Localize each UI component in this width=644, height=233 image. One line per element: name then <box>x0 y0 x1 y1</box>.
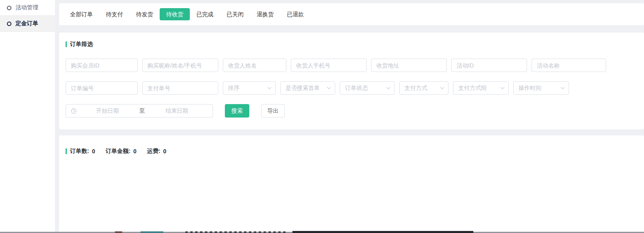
order-results-panel: 订单数: 0 订单金额: 0 运费: 0 <box>59 135 644 233</box>
sidebar-item-deposit-orders[interactable]: 定金订单 <box>0 16 55 32</box>
select-placeholder: 是否搜索首单 <box>286 85 320 92</box>
order-summary: 订单数: 0 订单金额: 0 运费: 0 <box>66 148 637 155</box>
tab-closed[interactable]: 已关闭 <box>220 8 250 20</box>
clock-icon <box>71 108 77 114</box>
activity-id-input[interactable] <box>451 59 527 72</box>
sidebar-item-activity-management[interactable]: 活动管理 <box>0 0 55 16</box>
shipping-address-input[interactable] <box>371 59 447 72</box>
select-placeholder: 订单状态 <box>345 85 368 92</box>
accent-bar <box>66 148 67 154</box>
circle-outline-icon <box>7 6 11 10</box>
shipping-fee-value: 0 <box>163 148 167 155</box>
start-date-placeholder[interactable]: 开始日期 <box>77 107 138 115</box>
operation-time-select[interactable]: 操作时间 <box>513 81 569 95</box>
sidebar: 活动管理 定金订单 <box>0 0 55 233</box>
date-range-separator: 至 <box>138 107 146 115</box>
clipped-bottom-segment <box>185 231 287 233</box>
shipping-fee-stat: 运费: 0 <box>147 148 166 155</box>
tab-pending-payment[interactable]: 待支付 <box>99 8 130 20</box>
main-content: 全部订单 待支付 待发货 待收货 已完成 已关闭 退换货 已退款 订单筛选 排序 <box>59 0 644 233</box>
consignee-phone-input[interactable] <box>291 59 367 72</box>
consignee-name-input[interactable] <box>223 59 286 72</box>
circle-outline-icon <box>7 22 11 26</box>
order-amount-value: 0 <box>133 148 136 155</box>
filter-section-title: 订单筛选 <box>66 41 637 48</box>
filter-row-1 <box>66 59 637 72</box>
sort-select[interactable]: 排序 <box>223 81 276 95</box>
chevron-down-icon <box>327 85 331 89</box>
order-status-tabs: 全部订单 待支付 待发货 待收货 已完成 已关闭 退换货 已退款 <box>59 3 644 25</box>
order-filter-panel: 订单筛选 排序 是否搜索首单 订单状态 <box>59 33 644 129</box>
tab-pending-receipt[interactable]: 待收货 <box>160 8 190 20</box>
sidebar-item-label: 活动管理 <box>15 4 38 11</box>
shipping-fee-label: 运费: <box>147 148 160 155</box>
filter-row-2: 排序 是否搜索首单 订单状态 支付方式 支付方式组 操作时间 <box>66 81 637 95</box>
order-count-value: 0 <box>92 148 95 155</box>
tab-completed[interactable]: 已完成 <box>190 8 220 20</box>
payment-number-input[interactable] <box>142 81 218 95</box>
accent-bar <box>66 41 67 47</box>
select-placeholder: 操作时间 <box>519 85 541 92</box>
buyer-nickname-name-phone-input[interactable] <box>142 59 218 72</box>
order-amount-label: 订单金额: <box>106 148 130 155</box>
activity-name-input[interactable] <box>532 59 606 72</box>
clipped-bottom-segment <box>115 231 122 233</box>
tab-pending-shipment[interactable]: 待发货 <box>130 8 160 20</box>
end-date-placeholder[interactable]: 结束日期 <box>146 107 208 115</box>
chevron-down-icon <box>561 85 565 89</box>
filter-row-3: 开始日期 至 结束日期 搜索 导出 <box>66 104 637 118</box>
order-number-input[interactable] <box>66 81 138 95</box>
chevron-down-icon <box>440 85 444 89</box>
sidebar-item-label: 定金订单 <box>15 20 38 27</box>
tab-refunded[interactable]: 已退款 <box>280 8 310 20</box>
order-count-label: 订单数: <box>70 148 89 155</box>
chevron-down-icon <box>501 85 505 89</box>
chevron-down-icon <box>268 85 272 89</box>
clipped-bottom-segment <box>292 231 473 233</box>
chevron-down-icon <box>387 85 391 89</box>
tab-returns-exchanges[interactable]: 退换货 <box>250 8 280 20</box>
buyer-member-id-input[interactable] <box>66 59 138 72</box>
tab-all-orders[interactable]: 全部订单 <box>64 8 99 20</box>
order-amount-stat: 订单金额: 0 <box>106 148 136 155</box>
payment-method-group-select[interactable]: 支付方式组 <box>453 81 509 95</box>
order-count-stat: 订单数: 0 <box>70 148 95 155</box>
clipped-bottom-segment <box>141 231 163 233</box>
filter-title-text: 订单筛选 <box>70 41 93 48</box>
select-placeholder: 支付方式组 <box>458 85 487 92</box>
order-status-select[interactable]: 订单状态 <box>340 81 395 95</box>
date-range-picker[interactable]: 开始日期 至 结束日期 <box>66 104 213 118</box>
select-placeholder: 支付方式 <box>404 85 427 92</box>
search-button[interactable]: 搜索 <box>225 104 249 118</box>
payment-method-select[interactable]: 支付方式 <box>399 81 448 95</box>
search-first-order-select[interactable]: 是否搜索首单 <box>280 81 335 95</box>
select-placeholder: 排序 <box>228 85 240 92</box>
export-button[interactable]: 导出 <box>261 104 285 118</box>
